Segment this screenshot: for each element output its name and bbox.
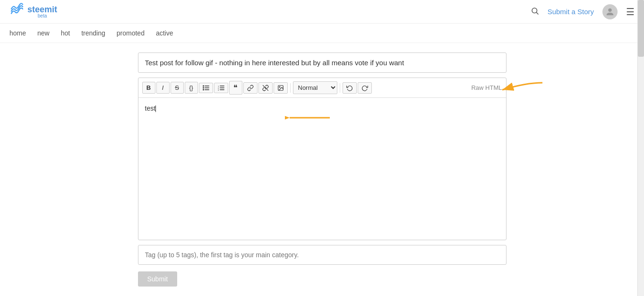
link-button[interactable] <box>243 82 258 94</box>
svg-rect-10 <box>220 87 224 88</box>
strikethrough-button[interactable]: S <box>171 82 184 94</box>
image-button[interactable] <box>274 82 288 94</box>
raw-html-area: Raw HTML <box>471 84 502 91</box>
italic-button[interactable]: I <box>156 82 170 94</box>
scrollbar-thumb[interactable] <box>638 0 644 57</box>
svg-line-1 <box>536 12 538 14</box>
blockquote-button[interactable]: ❝ <box>229 81 242 95</box>
toolbar-separator-2 <box>340 83 340 93</box>
svg-rect-9 <box>220 86 224 87</box>
text-cursor <box>155 105 156 112</box>
hamburger-icon[interactable]: ☰ <box>626 6 635 17</box>
toolbar-separator <box>290 83 291 93</box>
header: steemit beta Submit a Story ☰ <box>0 0 644 24</box>
scrollbar[interactable] <box>637 0 644 296</box>
nav-item-new[interactable]: new <box>37 28 50 38</box>
editor-body[interactable]: test <box>138 98 506 240</box>
redo-button[interactable] <box>358 82 372 94</box>
main-content: B I S {} <box>129 52 516 287</box>
svg-text:3: 3 <box>218 89 219 91</box>
submit-area: Submit <box>138 271 507 287</box>
svg-point-0 <box>532 8 537 13</box>
nav: home new hot trending promoted active <box>0 24 644 43</box>
editor-text-content: test <box>145 104 156 112</box>
editor-container: B I S {} <box>138 78 507 240</box>
header-right: Submit a Story ☰ <box>531 4 635 19</box>
svg-point-6 <box>203 85 204 87</box>
undo-button[interactable] <box>343 82 357 94</box>
tag-input[interactable] <box>138 245 507 265</box>
unordered-list-button[interactable] <box>199 83 213 93</box>
submit-button[interactable]: Submit <box>138 271 178 287</box>
bold-button[interactable]: B <box>142 82 155 94</box>
svg-rect-11 <box>220 89 224 90</box>
raw-html-link[interactable]: Raw HTML <box>471 84 502 91</box>
svg-rect-3 <box>205 86 209 87</box>
avatar[interactable] <box>602 4 618 19</box>
svg-point-17 <box>279 87 280 87</box>
title-input[interactable] <box>138 52 507 73</box>
nav-item-home[interactable]: home <box>9 28 26 38</box>
svg-point-2 <box>608 8 611 11</box>
svg-point-8 <box>203 89 204 90</box>
logo-area: steemit beta <box>9 3 57 21</box>
editor-text-arrow-annotation <box>285 108 332 129</box>
logo-beta: beta <box>27 14 57 18</box>
search-icon[interactable] <box>531 7 539 17</box>
nav-item-active[interactable]: active <box>156 28 173 38</box>
editor-wrapper: B I S {} <box>138 78 506 240</box>
code-button[interactable]: {} <box>185 82 198 94</box>
unlink-button[interactable] <box>258 82 273 94</box>
nav-item-promoted[interactable]: promoted <box>117 28 145 38</box>
logo-text: steemit beta <box>27 5 57 18</box>
logo-name: steemit <box>27 5 57 14</box>
svg-point-7 <box>203 87 204 88</box>
svg-rect-4 <box>205 87 209 88</box>
editor-toolbar: B I S {} <box>138 78 506 98</box>
svg-rect-5 <box>205 89 209 90</box>
nav-item-trending[interactable]: trending <box>81 28 105 38</box>
submit-story-link[interactable]: Submit a Story <box>548 8 594 16</box>
ordered-list-button[interactable]: 1 2 3 <box>214 83 228 93</box>
logo-waves-icon <box>9 3 25 21</box>
format-select[interactable]: Normal Heading 1 Heading 2 Heading 3 <box>293 81 337 94</box>
nav-item-hot[interactable]: hot <box>61 28 70 38</box>
